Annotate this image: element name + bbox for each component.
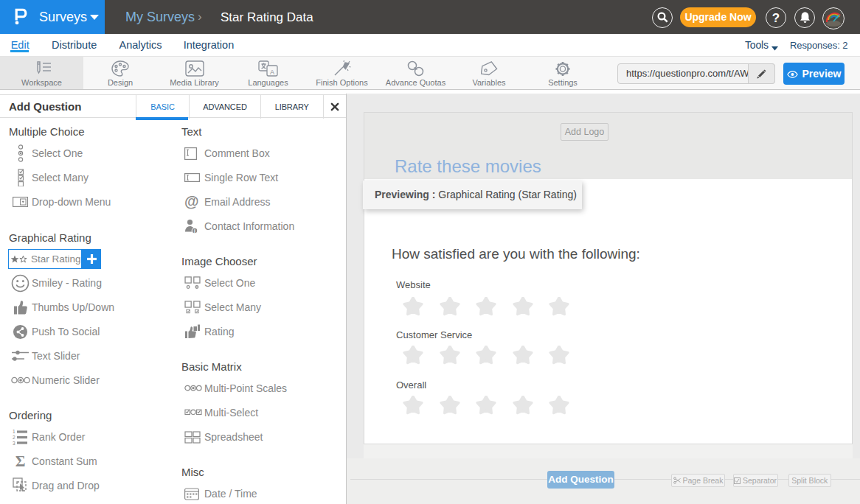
svg-text:i: i — [194, 228, 195, 234]
svg-text:2: 2 — [13, 435, 15, 440]
svg-text:A: A — [270, 69, 274, 76]
svg-text:1: 1 — [13, 429, 15, 434]
svg-text:3: 3 — [13, 441, 15, 446]
